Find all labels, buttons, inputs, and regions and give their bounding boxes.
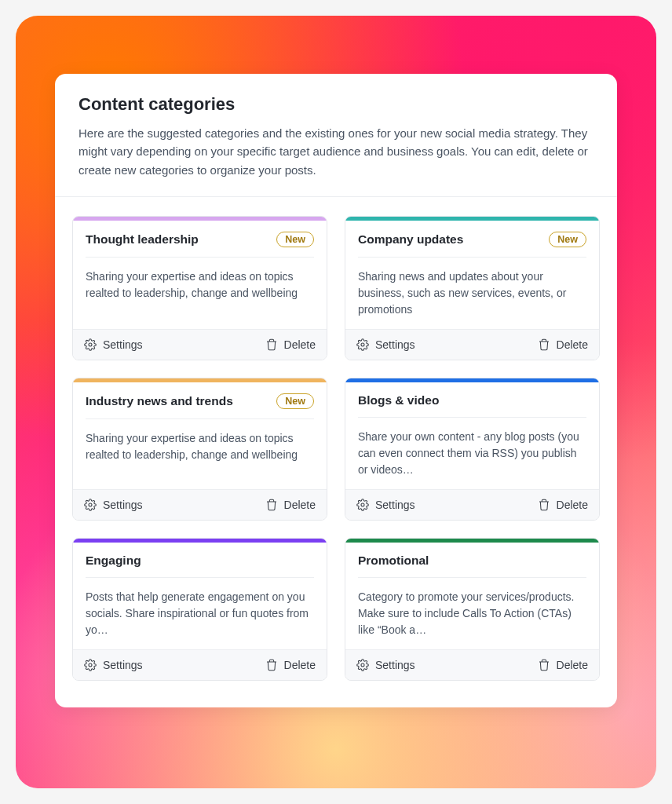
card-title: Industry news and trends bbox=[86, 394, 233, 408]
delete-label: Delete bbox=[284, 338, 316, 351]
delete-button[interactable]: Delete bbox=[265, 659, 316, 671]
card-body: PromotionalCategory to promote your serv… bbox=[345, 543, 599, 649]
card-body: Industry news and trendsNewSharing your … bbox=[73, 382, 327, 489]
category-card: EngagingPosts that help generate engagem… bbox=[72, 538, 327, 681]
new-badge: New bbox=[549, 232, 586, 247]
trash-icon bbox=[538, 499, 550, 511]
delete-button[interactable]: Delete bbox=[265, 499, 316, 511]
card-body: EngagingPosts that help generate engagem… bbox=[73, 543, 327, 649]
new-badge: New bbox=[276, 232, 314, 247]
settings-label: Settings bbox=[103, 499, 143, 511]
card-body: Company updatesNewSharing news and updat… bbox=[345, 221, 599, 329]
delete-label: Delete bbox=[284, 659, 316, 671]
settings-label: Settings bbox=[375, 338, 415, 351]
category-card: PromotionalCategory to promote your serv… bbox=[345, 538, 600, 681]
settings-button[interactable]: Settings bbox=[356, 499, 415, 511]
cards-grid: Thought leadershipNewSharing your expert… bbox=[55, 197, 617, 707]
category-card: Thought leadershipNewSharing your expert… bbox=[72, 216, 327, 360]
card-title: Engaging bbox=[86, 554, 141, 568]
card-title-row: Engaging bbox=[86, 554, 314, 578]
card-footer: SettingsDelete bbox=[73, 649, 327, 680]
card-title-row: Company updatesNew bbox=[358, 232, 586, 258]
card-footer: SettingsDelete bbox=[345, 329, 599, 360]
card-footer: SettingsDelete bbox=[73, 329, 327, 360]
category-card: Company updatesNewSharing news and updat… bbox=[345, 216, 600, 360]
gear-icon bbox=[84, 499, 97, 511]
trash-icon bbox=[265, 338, 278, 351]
card-description: Sharing your expertise and ideas on topi… bbox=[86, 269, 314, 302]
delete-button[interactable]: Delete bbox=[265, 338, 316, 351]
settings-label: Settings bbox=[375, 659, 415, 671]
settings-label: Settings bbox=[103, 659, 143, 671]
settings-button[interactable]: Settings bbox=[356, 338, 415, 351]
delete-label: Delete bbox=[557, 338, 588, 351]
settings-button[interactable]: Settings bbox=[356, 659, 415, 671]
card-title: Thought leadership bbox=[86, 232, 199, 247]
settings-label: Settings bbox=[103, 338, 143, 351]
card-title: Company updates bbox=[358, 232, 463, 247]
card-title-row: Promotional bbox=[358, 554, 586, 578]
content-categories-panel: Content categories Here are the suggeste… bbox=[55, 74, 617, 707]
card-title: Blogs & video bbox=[358, 393, 439, 407]
trash-icon bbox=[265, 499, 278, 511]
delete-label: Delete bbox=[284, 499, 316, 511]
gear-icon bbox=[356, 338, 369, 351]
gear-icon bbox=[84, 338, 97, 351]
settings-button[interactable]: Settings bbox=[84, 499, 143, 511]
card-title-row: Thought leadershipNew bbox=[86, 232, 314, 258]
card-footer: SettingsDelete bbox=[73, 489, 327, 520]
panel-description: Here are the suggested categories and th… bbox=[79, 124, 593, 179]
card-title: Promotional bbox=[358, 554, 429, 568]
delete-label: Delete bbox=[557, 499, 588, 511]
panel-title: Content categories bbox=[79, 94, 593, 115]
gradient-background: Content categories Here are the suggeste… bbox=[16, 16, 656, 788]
gear-icon bbox=[84, 659, 97, 671]
settings-button[interactable]: Settings bbox=[84, 338, 143, 351]
gear-icon bbox=[356, 499, 369, 511]
category-card: Industry news and trendsNewSharing your … bbox=[72, 378, 327, 521]
card-title-row: Blogs & video bbox=[358, 393, 586, 418]
trash-icon bbox=[538, 659, 550, 671]
trash-icon bbox=[265, 659, 278, 671]
card-description: Category to promote your services/produc… bbox=[358, 589, 586, 638]
new-badge: New bbox=[276, 393, 314, 409]
settings-button[interactable]: Settings bbox=[84, 659, 143, 671]
card-body: Blogs & videoShare your own content - an… bbox=[345, 382, 599, 489]
card-description: Sharing your expertise and ideas on topi… bbox=[86, 430, 314, 463]
delete-button[interactable]: Delete bbox=[538, 659, 588, 671]
gear-icon bbox=[356, 659, 369, 671]
card-footer: SettingsDelete bbox=[345, 489, 599, 520]
card-footer: SettingsDelete bbox=[345, 649, 599, 680]
card-description: Posts that help generate engagement on y… bbox=[86, 589, 314, 638]
delete-button[interactable]: Delete bbox=[538, 499, 588, 511]
card-description: Sharing news and updates about your busi… bbox=[358, 269, 586, 318]
delete-label: Delete bbox=[557, 659, 588, 671]
delete-button[interactable]: Delete bbox=[538, 338, 588, 351]
category-card: Blogs & videoShare your own content - an… bbox=[345, 378, 600, 521]
card-description: Share your own content - any blog posts … bbox=[358, 429, 586, 478]
panel-header: Content categories Here are the suggeste… bbox=[55, 74, 617, 197]
card-body: Thought leadershipNewSharing your expert… bbox=[73, 221, 327, 329]
card-title-row: Industry news and trendsNew bbox=[86, 393, 314, 419]
trash-icon bbox=[538, 338, 550, 351]
settings-label: Settings bbox=[375, 499, 415, 511]
